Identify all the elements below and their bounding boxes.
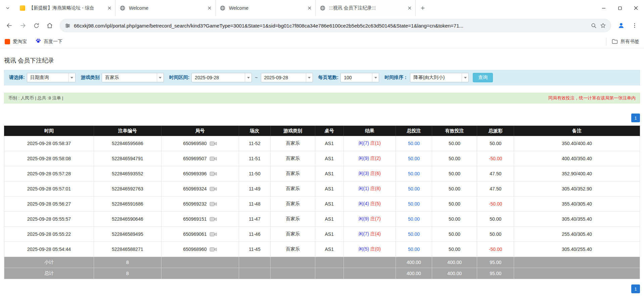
cell-remark: 255.40/305.40 — [514, 227, 640, 242]
bookmark-taobao[interactable]: 爱淘宝 — [5, 39, 27, 45]
table-row: 2025-09-28 05:58:08522846594791650969507… — [4, 151, 640, 166]
result-banker: 庄(1) — [370, 140, 381, 146]
bookmarks-bar: 爱淘宝 百度一下 所有书签 — [0, 35, 644, 48]
cell-table-no: AS1 — [315, 212, 343, 227]
tab-close-icon[interactable] — [106, 5, 112, 11]
footer-cell — [514, 268, 640, 279]
globe-icon — [220, 5, 226, 11]
cell-valid-bet: 50.00 — [432, 212, 477, 227]
bet-records-table: 时间注单编号局号场次游戏类别桌号结果总投注有效投注总派彩备注 2025-09-2… — [4, 126, 640, 279]
reload-icon — [33, 23, 40, 29]
video-replay-icon[interactable] — [210, 232, 217, 237]
cell-session: 11-52 — [239, 136, 271, 151]
cell-total-bet: 50.00 — [396, 136, 432, 151]
home-button[interactable] — [44, 19, 56, 32]
total-bet-link[interactable]: 50.00 — [408, 231, 420, 237]
cell-round-id: 650969396 — [161, 166, 239, 181]
tab-title: 【新提醒】海燕策略论坛 - 综合 — [29, 5, 104, 11]
footer-cell — [343, 268, 396, 279]
cell-time: 2025-09-28 05:57:28 — [4, 166, 94, 181]
page-number-button[interactable]: 1 — [631, 284, 640, 293]
tab-close-icon[interactable] — [407, 5, 413, 11]
payout-value: 47.50 — [490, 186, 501, 191]
video-camera-glyph — [210, 217, 217, 222]
tab-close-icon[interactable] — [206, 5, 213, 11]
close-icon — [634, 6, 638, 10]
tab-close-icon[interactable] — [307, 5, 313, 11]
round-number: 650968960 — [183, 247, 206, 252]
bookmark-star-icon[interactable] — [600, 23, 606, 29]
sort-order-select[interactable]: 降幂(由大到小) — [410, 73, 469, 82]
bookmark-baidu[interactable]: 百度一下 — [36, 38, 62, 45]
total-bet-link[interactable]: 50.00 — [408, 186, 420, 191]
tab-bet-records-active[interactable]: :::视讯 会员下注纪录::: — [316, 0, 416, 16]
cell-round-id: 650969580 — [161, 136, 239, 151]
search-button[interactable]: 查询 — [473, 73, 493, 82]
tab-welcome-1[interactable]: Welcome — [116, 0, 216, 16]
video-replay-icon[interactable] — [210, 217, 217, 222]
date-query-select[interactable]: 日期查询 — [27, 73, 76, 82]
round-number: 650969580 — [183, 141, 206, 146]
site-settings-icon[interactable] — [65, 23, 71, 29]
column-header-7: 总投注 — [396, 126, 432, 136]
video-replay-icon[interactable] — [210, 247, 217, 252]
tab-search-button[interactable] — [0, 0, 15, 16]
address-bar[interactable]: 66cxkj98.com/ipl/portal.php/game/betreco… — [60, 19, 611, 32]
total-bet-link[interactable]: 50.00 — [408, 141, 420, 146]
browser-menu-button[interactable] — [629, 19, 641, 32]
dropdown-caret-icon — [372, 73, 379, 82]
total-bet-link[interactable]: 50.00 — [408, 201, 420, 207]
tab-forum[interactable]: 【新提醒】海燕策略论坛 - 综合 — [15, 0, 116, 16]
forward-button[interactable] — [17, 19, 29, 32]
cell-valid-bet: 50.00 — [432, 166, 477, 181]
total-bet-link[interactable]: 50.00 — [408, 216, 420, 222]
dropdown-caret-icon — [462, 73, 468, 82]
taobao-icon — [5, 39, 10, 44]
video-replay-icon[interactable] — [210, 202, 217, 207]
result-player: 闲(5) — [359, 246, 369, 252]
cell-remark: 305.40/255.40 — [514, 242, 640, 257]
cell-valid-bet: 50.00 — [432, 181, 477, 196]
select-value: 100 — [341, 75, 372, 80]
minimize-button[interactable] — [596, 0, 612, 16]
column-header-10: 备注 — [514, 126, 640, 136]
profile-button[interactable] — [615, 19, 627, 32]
date-from-select[interactable]: 2025-09-28 — [191, 73, 252, 82]
result-player: 闲(9) — [359, 216, 369, 221]
cell-result: 闲(4) 庄(5) — [343, 196, 396, 212]
tab-welcome-2[interactable]: Welcome — [216, 0, 316, 16]
maximize-button[interactable] — [612, 0, 628, 16]
per-page-select[interactable]: 100 — [340, 73, 379, 82]
total-bet-link[interactable]: 50.00 — [408, 156, 420, 161]
zoom-icon[interactable] — [591, 23, 597, 29]
dropdown-caret-icon — [157, 73, 164, 82]
cell-remark: 305.40/355.40 — [514, 212, 640, 227]
all-bookmarks-button[interactable]: 所有书签 — [606, 38, 639, 45]
total-bet-link[interactable]: 50.00 — [408, 171, 420, 176]
select-type-label: 请选择: — [9, 75, 25, 81]
page-number-button[interactable]: 1 — [631, 114, 640, 122]
cell-result: 闲(7) 庄(1) — [343, 136, 396, 151]
video-replay-icon[interactable] — [210, 171, 217, 176]
video-replay-icon[interactable] — [210, 156, 217, 161]
cell-table-no: AS1 — [315, 136, 343, 151]
new-tab-button[interactable] — [416, 0, 430, 16]
cell-total-bet: 50.00 — [396, 151, 432, 166]
round-number: 650969396 — [183, 171, 206, 176]
video-replay-icon[interactable] — [210, 186, 217, 191]
date-to-select[interactable]: 2025-09-28 — [261, 73, 313, 82]
video-replay-icon[interactable] — [210, 141, 217, 146]
payout-value: -50.00 — [489, 156, 502, 161]
tab-title: Welcome — [129, 5, 204, 11]
back-button[interactable] — [3, 19, 15, 32]
reload-button[interactable] — [30, 19, 42, 32]
close-button[interactable] — [628, 0, 644, 16]
cell-time: 2025-09-28 05:56:27 — [4, 196, 94, 212]
total-bet-link[interactable]: 50.00 — [408, 247, 420, 252]
cell-payout: -50.00 — [477, 196, 514, 212]
game-type-select[interactable]: 百家乐 — [102, 73, 164, 82]
table-row: 2025-09-28 05:58:37522846595686650969580… — [4, 136, 640, 151]
result-banker: 庄(7) — [370, 216, 381, 221]
cell-valid-bet: 50.00 — [432, 242, 477, 257]
cell-remark: 355.40/305.40 — [514, 196, 640, 212]
